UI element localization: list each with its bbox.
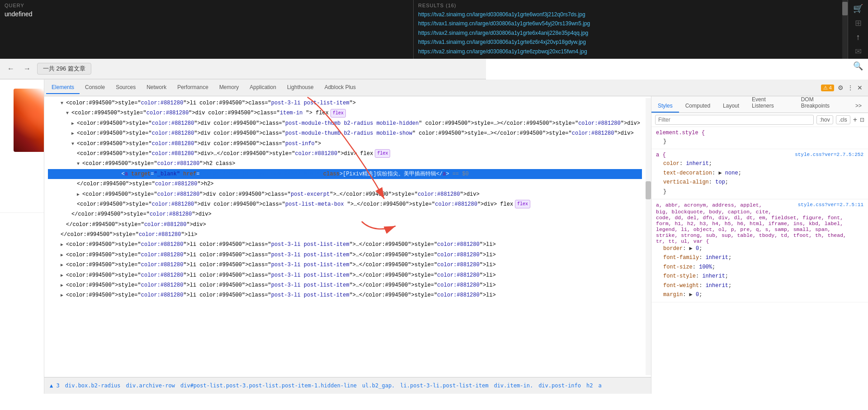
dom-line[interactable]: </color:#994500">style="color:#881280">d… [48, 220, 642, 230]
dom-line[interactable]: </color:#994500">style="color:#881280">h… [48, 179, 642, 189]
dom-content: ▼ <color:#994500">style="color:#881280">… [44, 96, 651, 377]
style-rule-a: a { style.css?ver=2.7.5:252 color: inher… [651, 149, 868, 199]
breadcrumb-item[interactable]: div.archive-row [124, 382, 177, 390]
breadcrumb-item[interactable]: div.box.b2-radius [63, 382, 123, 390]
styles-tab-computed[interactable]: Computed [679, 100, 717, 113]
styles-panel-tabs: StylesComputedLayoutEvent ListenersDOM B… [651, 96, 868, 113]
content-pane: 二次元 [Pixiv精选]缤纷指尖。美甲插画特辑 涂抹在指甲上的缤纷指甲油不仅能… [0, 80, 44, 394]
mail-icon[interactable]: ✉ [851, 47, 865, 57]
dom-scrollbar[interactable] [646, 98, 651, 375]
toolbar-row: ← → 一共 296 篇文章 [0, 59, 486, 79]
close-devtools-icon[interactable]: ✕ [857, 84, 863, 91]
styles-tab-layout[interactable]: Layout [717, 100, 745, 113]
style-prop: font-family: inherit; [656, 253, 863, 262]
styles-add-rule[interactable]: + [853, 116, 857, 124]
dom-line[interactable]: ▶ <color:#994500">style="color:#881280">… [48, 290, 642, 300]
dom-line[interactable]: ▼ <color:#994500">style="color:#881280">… [48, 98, 642, 108]
style-prop: margin: ▶ 0; [656, 290, 863, 299]
style-prop: vertical-align: top; [656, 178, 863, 187]
breadcrumb-item[interactable]: div.item-in. [492, 382, 535, 390]
devtools-tab-elements[interactable]: Elements [46, 81, 80, 94]
style-selector: a { style.css?ver=2.7.5:252 [656, 152, 863, 158]
article-count-badge: 一共 296 篇文章 [37, 63, 91, 75]
dom-line[interactable]: <a target="_blank" href="https://www.jdl… [48, 169, 642, 179]
up-icon[interactable]: ↑ [851, 33, 865, 42]
devtools-tab-application[interactable]: Application [244, 81, 282, 94]
devtools-main: ▼ <color:#994500">style="color:#881280">… [44, 96, 868, 394]
back-icon[interactable]: ← [5, 62, 17, 75]
style-selector-cont: big, blockquote, body, caption, cite, [656, 209, 863, 215]
breadcrumb-item[interactable]: a [597, 382, 604, 390]
devtools-tab-console[interactable]: Console [80, 81, 110, 94]
style-prop: } [656, 137, 863, 146]
breadcrumb-item[interactable]: ul.b2_gap. [360, 382, 396, 390]
dom-line[interactable]: ▶ <color:#994500">style="color:#881280">… [48, 250, 642, 260]
style-selector: element.style { [656, 130, 863, 136]
breadcrumb-item[interactable]: ▲ 3 [48, 382, 61, 390]
query-input[interactable] [5, 10, 409, 18]
results-label: RESULTS (16) [418, 3, 843, 8]
styles-panel: StylesComputedLayoutEvent ListenersDOM B… [651, 96, 868, 394]
devtools-pane: ElementsConsoleSourcesNetworkPerformance… [44, 80, 868, 394]
dom-line[interactable]: ▶ <color:#994500">style="color:#881280">… [48, 118, 642, 128]
style-source[interactable]: style.css?ver=2.7.5:252 [795, 152, 863, 157]
article-card: 二次元 [Pixiv精选]缤纷指尖。美甲插画特辑 涂抹在指甲上的缤纷指甲油不仅能… [0, 80, 44, 213]
styles-content: element.style { } a { style.css?ver=2.7.… [651, 127, 868, 394]
dom-lines: ▼ <color:#994500">style="color:#881280">… [44, 98, 646, 375]
devtools-tab-adblock plus[interactable]: Adblock Plus [319, 81, 361, 94]
results-list: https://tva2.sinaimg.cn/large/d030806a1y… [418, 10, 843, 56]
devtools-tabs-bar: ElementsConsoleSourcesNetworkPerformance… [44, 80, 868, 96]
forward-icon[interactable]: → [21, 62, 33, 75]
style-selector-cont2: code, dd, del, dfn, div, dl, dt, em, fie… [656, 215, 863, 221]
styles-tab-styles[interactable]: Styles [651, 100, 679, 113]
style-selector: a, abbr, acronym, address, applet, style… [656, 202, 863, 208]
breadcrumb-bar: ▲ 3 div.box.b2-radius div.archive-row di… [44, 377, 651, 394]
dom-line[interactable]: <color:#994500">style="color:#881280">di… [48, 199, 642, 209]
devtools-tab-memory[interactable]: Memory [214, 81, 244, 94]
style-prop: color: inherit; [656, 159, 863, 168]
dom-line[interactable]: </color:#994500">style="color:#881280">l… [48, 230, 642, 240]
breadcrumb-item[interactable]: h2 [585, 382, 594, 390]
search-icon[interactable]: 🔍 [851, 61, 865, 71]
more-icon[interactable]: ⋮ [847, 84, 854, 91]
warning-badge[interactable]: ⚠ 4 [821, 85, 834, 91]
dom-line[interactable]: ▼ <color:#994500">style="color:#881280">… [48, 159, 642, 169]
dom-line[interactable]: <color:#994500">style="color:#881280">di… [48, 149, 642, 159]
devtools-tab-lighthouse[interactable]: Lighthouse [282, 81, 319, 94]
breadcrumb-item[interactable]: div#post-list.post-3.post-list.post-item… [179, 382, 359, 390]
dom-line[interactable]: ▼ <color:#994500">style="color:#881280">… [48, 139, 642, 149]
styles-filter-hov[interactable]: :hov [816, 115, 833, 124]
cart-icon[interactable]: 🛒 [851, 4, 865, 14]
dom-line[interactable]: ▼ <color:#994500">style="color:#881280">… [48, 108, 642, 118]
dom-line[interactable]: ▶ <color:#994500">style="color:#881280">… [48, 240, 642, 250]
styles-tab-event-listeners[interactable]: Event Listeners [745, 96, 795, 113]
style-source[interactable]: style.css?ver=2.7.5:11 [798, 202, 863, 207]
styles-filter-row: :hov .cls + ⊡ [651, 113, 868, 127]
breadcrumb-item[interactable]: div.post-info [537, 382, 583, 390]
dom-line[interactable]: ▶ <color:#994500">style="color:#881280">… [48, 128, 642, 138]
dom-line[interactable]: ▶ <color:#994500">style="color:#881280">… [48, 280, 642, 290]
style-rule-reset: a, abbr, acronym, address, applet, style… [651, 199, 868, 302]
style-rule-element: element.style { } [651, 127, 868, 149]
dom-line[interactable]: ▶ <color:#994500">style="color:#881280">… [48, 189, 642, 199]
devtools-tab-performance[interactable]: Performance [172, 81, 214, 94]
dom-line[interactable]: </color:#994500">style="color:#881280">d… [48, 209, 642, 219]
grid-icon[interactable]: ⊞ [851, 18, 865, 28]
styles-expand[interactable]: ⊡ [860, 117, 864, 123]
breadcrumb-item[interactable]: li.post-3-li.post-list-item [398, 382, 490, 390]
dom-line[interactable]: ▶ <color:#994500">style="color:#881280">… [48, 260, 642, 270]
style-selector-cont3: form, h1, h2, h3, h4, h5, h6, html, ifra… [656, 221, 863, 226]
article-thumbnail[interactable] [14, 89, 44, 152]
devtools-tab-sources[interactable]: Sources [110, 81, 141, 94]
results-scrollbar-thumb [842, 2, 848, 15]
styles-filter-cls[interactable]: .cls [836, 115, 850, 124]
results-scrollbar[interactable] [842, 0, 848, 59]
settings-icon[interactable]: ⚙ [838, 84, 844, 91]
devtools-tab-network[interactable]: Network [141, 81, 172, 94]
styles-filter-input[interactable] [655, 115, 814, 125]
styles-tab->>[interactable]: >> [849, 100, 868, 113]
styles-tab-dom-breakpoints[interactable]: DOM Breakpoints [795, 96, 849, 113]
style-selector-cont6: tr, tt, ul, var { [656, 238, 863, 244]
dom-panel-container: ▼ <color:#994500">style="color:#881280">… [44, 96, 651, 394]
dom-line[interactable]: ▶ <color:#994500">style="color:#881280">… [48, 270, 642, 280]
